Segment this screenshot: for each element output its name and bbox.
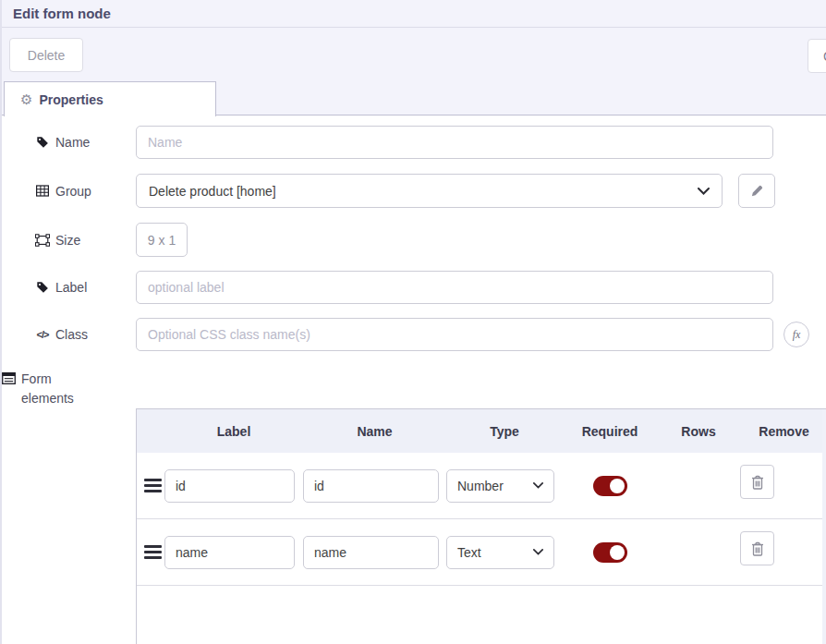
properties-panel: Name Group Delete product [home] [2, 115, 826, 644]
group-label: Group [35, 184, 136, 199]
class-input[interactable] [136, 318, 773, 351]
table-row: Number [137, 453, 826, 519]
remove-element-button[interactable] [740, 465, 774, 499]
group-select-value: Delete product [home] [149, 184, 276, 199]
form-elements-row: Form elements [2, 368, 826, 408]
tab-properties[interactable]: ⚙ Properties [4, 81, 216, 116]
header-remove: Remove [740, 424, 826, 439]
class-label: </> Class [35, 327, 136, 342]
header-type: Type [446, 424, 563, 439]
label-input[interactable] [136, 271, 773, 304]
header-label: Label [164, 424, 303, 439]
chevron-down-icon [533, 482, 543, 489]
list-alt-icon [2, 372, 16, 384]
object-group-icon [35, 234, 50, 247]
label-label: Label [35, 280, 136, 295]
table-row: Text [137, 519, 826, 586]
drag-handle-icon[interactable] [144, 479, 162, 492]
table-icon [35, 185, 50, 197]
required-toggle[interactable] [593, 476, 627, 496]
drag-handle-icon[interactable] [144, 545, 162, 559]
form-elements-table: Label Name Type Required Rows Remove Num… [136, 408, 826, 644]
required-toggle[interactable] [593, 542, 627, 563]
header-required: Required [563, 424, 657, 439]
group-select[interactable]: Delete product [home] [136, 174, 723, 208]
chevron-down-icon [698, 188, 710, 195]
header-name: Name [303, 424, 446, 439]
group-row: Group Delete product [home] [35, 174, 826, 208]
cancel-button[interactable]: Cancel [808, 39, 826, 73]
dialog-toolbar: Delete Cancel [2, 28, 826, 81]
element-label-input[interactable] [164, 536, 295, 569]
form-elements-label: Form elements [2, 368, 103, 408]
size-button[interactable]: 9 x 1 [136, 223, 188, 257]
element-name-input[interactable] [303, 536, 439, 569]
tag-icon [35, 136, 50, 149]
size-row: Size 9 x 1 [35, 223, 826, 257]
table-header-row: Label Name Type Required Rows Remove [137, 409, 826, 453]
expression-fx-button[interactable]: fx [783, 322, 809, 347]
header-rows: Rows [657, 424, 740, 439]
edit-form-node-dialog: Edit form node Delete Cancel ⚙ Propertie… [0, 0, 826, 644]
gear-icon: ⚙ [20, 92, 32, 106]
trash-icon [751, 541, 764, 556]
pencil-icon [750, 184, 764, 198]
name-input[interactable] [136, 126, 773, 159]
name-label: Name [35, 135, 136, 150]
tab-bar: ⚙ Properties [2, 81, 826, 115]
code-icon: </> [35, 329, 50, 340]
delete-button[interactable]: Delete [9, 38, 83, 72]
class-row: </> Class fx [35, 318, 826, 351]
tag-icon [35, 281, 50, 294]
remove-element-button[interactable] [740, 531, 774, 565]
chevron-down-icon [533, 549, 543, 555]
element-type-select[interactable]: Text [446, 536, 554, 569]
label-row: Label [35, 271, 826, 304]
tab-properties-label: Properties [39, 92, 103, 107]
dialog-title: Edit form node [13, 6, 111, 21]
element-label-input[interactable] [164, 469, 295, 503]
trash-icon [751, 475, 764, 490]
element-name-input[interactable] [303, 469, 439, 503]
name-row: Name [35, 126, 826, 159]
dialog-header: Edit form node [2, 0, 826, 28]
size-label: Size [35, 233, 136, 248]
table-scrollbar-track[interactable] [822, 409, 826, 644]
edit-group-button[interactable] [738, 174, 775, 208]
element-type-select[interactable]: Number [446, 469, 554, 503]
